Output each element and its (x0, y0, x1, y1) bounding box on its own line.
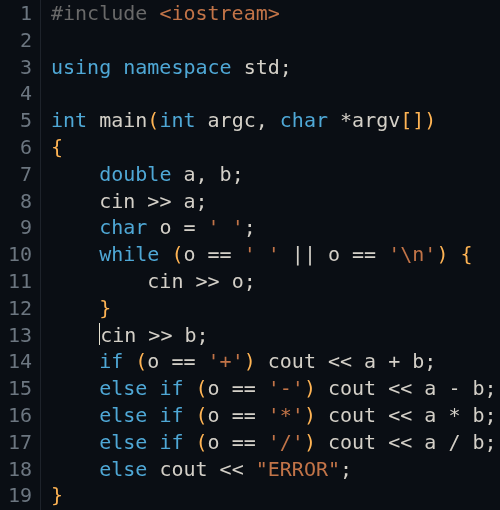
code-line[interactable]: else cout << "ERROR"; (51, 456, 497, 483)
code-token: << (328, 349, 364, 373)
code-token: == (232, 430, 268, 454)
line-number: 14 (4, 348, 32, 375)
code-token: ( (196, 376, 208, 400)
code-token: a (424, 430, 448, 454)
code-token (51, 189, 99, 213)
code-line[interactable] (51, 80, 497, 107)
code-token: ) (304, 376, 316, 400)
code-token (51, 430, 99, 454)
code-token: << (388, 403, 424, 427)
code-token: if (99, 349, 135, 373)
code-token: b (473, 376, 485, 400)
line-number: 15 (4, 375, 32, 402)
code-line[interactable]: while (o == ' ' || o == '\n') { (51, 241, 497, 268)
code-token: + (388, 349, 412, 373)
code-token: >> (196, 269, 232, 293)
code-token: ; (280, 55, 292, 79)
code-token: b (220, 162, 232, 186)
code-token: b (184, 323, 196, 347)
code-line[interactable]: cin >> b; (51, 322, 497, 349)
code-token: , (256, 108, 280, 132)
code-line[interactable]: double a, b; (51, 161, 497, 188)
code-editor[interactable]: 12345678910111213141516171819 #include <… (0, 0, 500, 510)
code-token: b (473, 430, 485, 454)
code-token: '+' (208, 349, 244, 373)
code-token: int (159, 108, 207, 132)
code-token: ( (147, 108, 159, 132)
code-token: o (147, 349, 171, 373)
code-token: '/' (268, 430, 304, 454)
code-token (51, 242, 99, 266)
code-token: } (51, 483, 63, 507)
code-token: == (232, 376, 268, 400)
code-line[interactable]: } (51, 295, 497, 322)
code-token: main (99, 108, 147, 132)
code-token: * (448, 403, 472, 427)
code-token: cin (147, 269, 195, 293)
code-token (51, 403, 99, 427)
code-line[interactable]: char o = ' '; (51, 214, 497, 241)
code-token: o (208, 376, 232, 400)
line-number: 2 (4, 27, 32, 54)
code-line[interactable] (51, 27, 497, 54)
code-token: argc (208, 108, 256, 132)
code-token: ( (135, 349, 147, 373)
code-line[interactable]: int main(int argc, char *argv[]) (51, 107, 497, 134)
code-token: '*' (268, 403, 304, 427)
code-token: o (328, 242, 352, 266)
code-line[interactable]: using namespace std; (51, 54, 497, 81)
code-token: o (183, 242, 207, 266)
code-token: << (388, 376, 424, 400)
line-number: 17 (4, 429, 32, 456)
code-token: a (424, 376, 448, 400)
code-token: ' ' (244, 242, 280, 266)
code-line[interactable]: if (o == '+') cout << a + b; (51, 348, 497, 375)
code-token: } (99, 296, 111, 320)
code-token (51, 376, 99, 400)
line-number: 13 (4, 322, 32, 349)
code-token (51, 162, 99, 186)
line-number: 18 (4, 456, 32, 483)
code-token: >> (148, 323, 184, 347)
code-token: using namespace (51, 55, 244, 79)
code-token: std (244, 55, 280, 79)
code-line[interactable]: #include <iostream> (51, 0, 497, 27)
code-token: while (99, 242, 171, 266)
code-token: ) (304, 430, 316, 454)
line-number: 19 (4, 482, 32, 509)
code-token: o (208, 430, 232, 454)
code-token: ; (340, 457, 352, 481)
code-token: else if (99, 430, 195, 454)
code-token: ) (244, 349, 256, 373)
line-number: 10 (4, 241, 32, 268)
code-token: else if (99, 403, 195, 427)
code-token (51, 269, 147, 293)
code-token: else if (99, 376, 195, 400)
code-line[interactable]: cin >> o; (51, 268, 497, 295)
code-token: ; (196, 189, 208, 213)
code-token: ; (244, 269, 256, 293)
code-token: a (364, 349, 388, 373)
code-token: , (196, 162, 220, 186)
code-token: == (352, 242, 388, 266)
code-token (51, 296, 99, 320)
code-token: ; (197, 323, 209, 347)
code-line[interactable]: } (51, 482, 497, 509)
code-line[interactable]: else if (o == '*') cout << a * b; (51, 402, 497, 429)
code-token: else (99, 457, 159, 481)
code-line[interactable]: cin >> a; (51, 188, 497, 215)
code-token (51, 457, 99, 481)
code-token: a (183, 189, 195, 213)
code-token: == (208, 242, 244, 266)
line-number: 6 (4, 134, 32, 161)
line-number: 3 (4, 54, 32, 81)
code-line[interactable]: else if (o == '/') cout << a / b; (51, 429, 497, 456)
code-token: <iostream> (159, 1, 279, 25)
code-token: cout (159, 457, 219, 481)
code-token: char (280, 108, 340, 132)
code-line[interactable]: else if (o == '-') cout << a - b; (51, 375, 497, 402)
code-area[interactable]: #include <iostream>using namespace std;i… (41, 0, 497, 510)
code-token: << (220, 457, 256, 481)
code-token: ; (485, 430, 497, 454)
code-line[interactable]: { (51, 134, 497, 161)
